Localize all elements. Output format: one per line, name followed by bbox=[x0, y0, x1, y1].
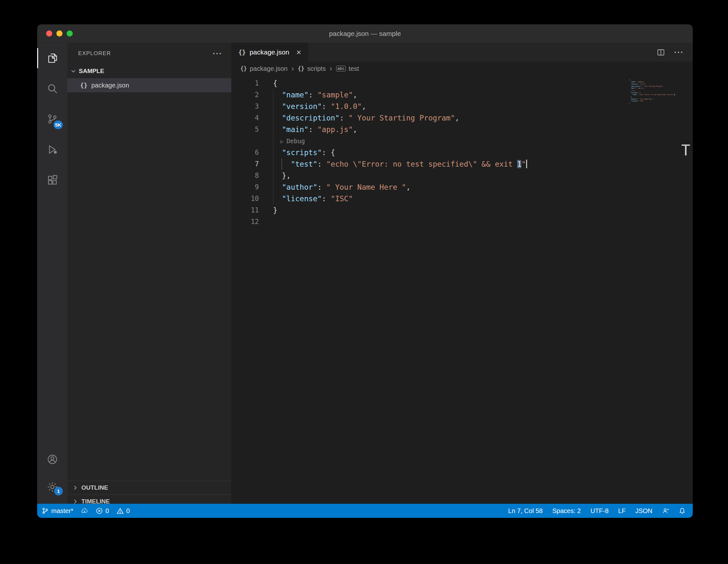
breadcrumb-item-scripts[interactable]: {}scripts bbox=[298, 65, 326, 72]
folder-section-sample[interactable]: SAMPLE bbox=[67, 64, 231, 78]
encoding-setting[interactable]: UTF-8 bbox=[591, 507, 609, 515]
code-line: "scripts": { bbox=[629, 92, 683, 94]
code-token: } bbox=[629, 103, 630, 104]
code-token: "echo \"Error: no test specified\" && ex… bbox=[639, 94, 674, 96]
code-token: , bbox=[654, 98, 655, 100]
tab-bar: {} package.json × ··· bbox=[231, 43, 693, 62]
line-number[interactable]: 5 bbox=[231, 124, 259, 135]
line-content: "scripts": { bbox=[629, 92, 641, 94]
codelens-debug-link[interactable]: Debug bbox=[286, 137, 305, 145]
code-line[interactable]: 3 "version": "1.0.0", bbox=[231, 101, 693, 112]
code-line[interactable]: 2 "name": "sample", bbox=[231, 89, 693, 101]
line-number[interactable]: 4 bbox=[231, 112, 259, 124]
close-window-button[interactable] bbox=[46, 30, 52, 37]
line-number[interactable]: 11 bbox=[231, 204, 259, 216]
activity-settings[interactable]: 1 bbox=[37, 473, 67, 501]
code-line[interactable]: 1{ bbox=[231, 78, 693, 89]
code-line[interactable]: 5 "main": "app.js", bbox=[231, 124, 693, 135]
close-tab-icon[interactable]: × bbox=[296, 48, 301, 56]
sync-changes-button[interactable] bbox=[81, 507, 88, 514]
activity-run-debug[interactable] bbox=[37, 134, 67, 165]
code-token: { bbox=[640, 92, 641, 94]
git-branch-indicator[interactable]: master* bbox=[42, 507, 73, 515]
bell-icon bbox=[679, 507, 686, 514]
code-token: "scripts" bbox=[282, 148, 322, 157]
code-token: { bbox=[273, 79, 277, 87]
notifications-button[interactable] bbox=[679, 507, 686, 514]
problems-indicator[interactable]: 0 0 bbox=[96, 507, 130, 515]
codelens-debug-link[interactable]: Debug bbox=[632, 90, 635, 91]
activity-account[interactable] bbox=[37, 445, 67, 473]
activity-explorer[interactable] bbox=[37, 43, 67, 73]
code-token: "sample" bbox=[318, 91, 353, 99]
outline-section[interactable]: OUTLINE bbox=[67, 481, 231, 494]
indent-guide bbox=[273, 158, 273, 170]
file-package-json[interactable]: {} package.json bbox=[67, 78, 231, 92]
indent-guide bbox=[273, 112, 273, 124]
editor-actions: ··· bbox=[657, 43, 693, 62]
symbol-string-icon: abc bbox=[336, 66, 346, 72]
code-line[interactable]: 8 }, bbox=[231, 170, 693, 181]
search-icon bbox=[46, 83, 58, 95]
code-token: "main" bbox=[282, 125, 309, 134]
line-number[interactable]: 9 bbox=[231, 181, 259, 193]
code-token: "ISC" bbox=[640, 101, 644, 102]
code-token: : bbox=[322, 195, 331, 203]
split-editor-icon[interactable] bbox=[657, 48, 665, 57]
code-token: " Your Name Here " bbox=[326, 183, 406, 191]
feedback-button[interactable] bbox=[662, 507, 669, 514]
code-token: "app.js" bbox=[637, 88, 644, 89]
code-line[interactable]: 7 "test": "echo \"Error: no test specifi… bbox=[231, 158, 693, 170]
eol-setting[interactable]: LF bbox=[618, 507, 625, 515]
line-number[interactable]: 7 bbox=[231, 158, 259, 170]
indent-guide bbox=[273, 89, 273, 101]
breadcrumb-item-test[interactable]: abctest bbox=[336, 65, 359, 72]
line-number[interactable]: 2 bbox=[231, 89, 259, 101]
cursor-position[interactable]: Ln 7, Col 58 bbox=[508, 507, 543, 515]
activity-extensions[interactable] bbox=[37, 165, 67, 195]
breadcrumb-item-package.json[interactable]: {}package.json bbox=[240, 65, 287, 72]
timeline-section[interactable]: TIMELINE bbox=[67, 494, 231, 504]
code-line[interactable]: 12 bbox=[231, 216, 693, 228]
titlebar[interactable]: package.json — sample bbox=[37, 24, 693, 43]
code-line: } bbox=[629, 102, 683, 104]
code-token: "1.0.0" bbox=[640, 83, 645, 85]
minimap[interactable]: { "name": "sample", "version": "1.0.0", … bbox=[629, 79, 683, 114]
line-number[interactable]: 3 bbox=[231, 101, 259, 112]
code-editor[interactable]: 1{2 "name": "sample",3 "version": "1.0.0… bbox=[231, 76, 693, 504]
line-number[interactable] bbox=[231, 135, 259, 147]
git-branch-icon bbox=[42, 507, 49, 514]
line-number[interactable]: 1 bbox=[231, 78, 259, 89]
cloud-upload-icon bbox=[81, 507, 88, 514]
minimize-window-button[interactable] bbox=[56, 30, 62, 37]
line-content: "main": "app.js", bbox=[629, 87, 645, 90]
more-actions-icon[interactable]: ··· bbox=[674, 48, 684, 57]
codelens-line[interactable]: ▷ Debug bbox=[231, 135, 693, 147]
line-content: "license": "ISC" bbox=[273, 193, 353, 204]
line-number[interactable]: 12 bbox=[231, 216, 259, 228]
line-number[interactable]: 10 bbox=[231, 193, 259, 204]
code-line[interactable]: 9 "author": " Your Name Here ", bbox=[231, 181, 693, 193]
source-control-badge: 5K bbox=[54, 120, 63, 129]
code-token: }, bbox=[631, 96, 632, 98]
line-content: } bbox=[629, 102, 630, 104]
code-line[interactable]: 11} bbox=[231, 204, 693, 216]
activity-source-control[interactable]: 5K bbox=[37, 104, 67, 134]
language-mode[interactable]: JSON bbox=[635, 507, 652, 515]
line-content: "scripts": { bbox=[273, 147, 335, 158]
code-token: "version" bbox=[631, 83, 638, 85]
code-line[interactable]: 6 "scripts": { bbox=[231, 147, 693, 158]
zoom-window-button[interactable] bbox=[67, 30, 73, 37]
line-number[interactable]: 8 bbox=[231, 170, 259, 181]
codelens-line: ▷ Debug bbox=[629, 89, 683, 92]
views-and-more-actions-icon[interactable]: ··· bbox=[213, 49, 222, 58]
line-number[interactable]: 6 bbox=[231, 147, 259, 158]
indentation-setting[interactable]: Spaces: 2 bbox=[552, 507, 581, 515]
line-content: { bbox=[273, 78, 277, 89]
code-line[interactable]: 10 "license": "ISC" bbox=[231, 193, 693, 204]
line-content: "test": "echo \"Error: no test specified… bbox=[629, 94, 676, 96]
code-line[interactable]: 4 "description": " Your Starting Program… bbox=[231, 112, 693, 124]
tab-package-json[interactable]: {} package.json × bbox=[231, 43, 308, 62]
activity-search[interactable] bbox=[37, 73, 67, 104]
code-line: "version": "1.0.0", bbox=[629, 83, 683, 85]
